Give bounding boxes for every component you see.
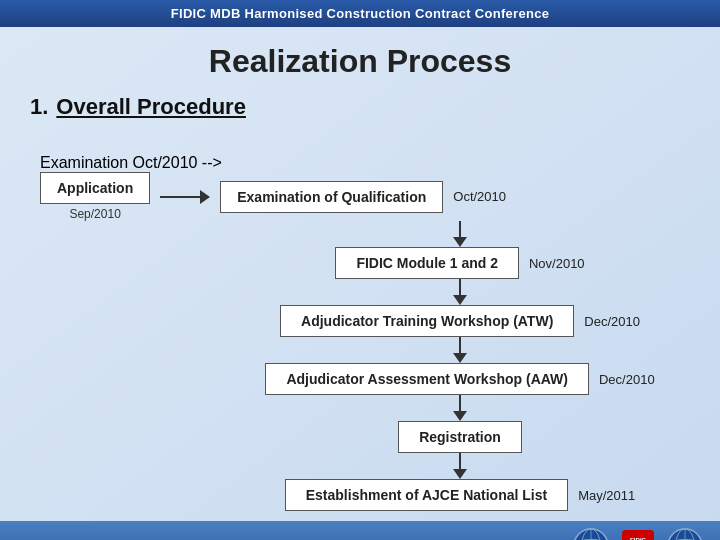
application-box: Application	[40, 172, 150, 204]
step5-date: May/2011	[578, 488, 635, 503]
step4-box: Registration	[398, 421, 522, 453]
footer: www.fidic.org FIDIC	[0, 521, 720, 540]
step3-date: Dec/2010	[599, 372, 655, 387]
header-title: FIDIC MDB Harmonised Construction Contra…	[171, 6, 550, 21]
arrow-down-2-icon	[453, 279, 467, 305]
examination-label: Examination of Qualification	[237, 189, 426, 205]
application-date: Sep/2010	[69, 207, 120, 221]
step1-label: FIDIC Module 1 and 2	[356, 255, 498, 271]
page: FIDIC MDB Harmonised Construction Contra…	[0, 0, 720, 540]
step1-date: Nov/2010	[529, 256, 585, 271]
svg-text:FIDIC: FIDIC	[630, 536, 647, 540]
page-title: Realization Process	[30, 43, 690, 80]
section-number: 1.	[30, 94, 48, 120]
fidic-logo-icon: FIDIC	[622, 530, 654, 540]
examination-box: Examination of Qualification	[220, 181, 443, 213]
step5-box: Establishment of AJCE National List	[285, 479, 568, 511]
step2-label: Adjudicator Training Workshop (ATW)	[301, 313, 553, 329]
step2-date: Dec/2010	[584, 314, 640, 329]
step3-label: Adjudicator Assessment Workshop (AAW)	[286, 371, 568, 387]
step2-box: Adjudicator Training Workshop (ATW)	[280, 305, 574, 337]
arrow-down-5-icon	[453, 453, 467, 479]
footer-logos: FIDIC	[572, 527, 704, 540]
step1-box: FIDIC Module 1 and 2	[335, 247, 519, 279]
globe-icon-1	[572, 527, 610, 540]
arrow-down-4-icon	[453, 395, 467, 421]
flow-diagram: Examination Oct/2010 --> Application Sep…	[30, 154, 690, 511]
application-label: Application	[57, 180, 133, 196]
arrow-down-3-icon	[453, 337, 467, 363]
step3-box: Adjudicator Assessment Workshop (AAW)	[265, 363, 589, 395]
arrow-down-1-icon	[453, 221, 467, 247]
main-content: Realization Process 1. Overall Procedure…	[0, 27, 720, 521]
header-bar: FIDIC MDB Harmonised Construction Contra…	[0, 0, 720, 27]
section-title: Overall Procedure	[56, 94, 246, 120]
arrow-right-icon	[160, 190, 210, 204]
step4-label: Registration	[419, 429, 501, 445]
examination-date: Oct/2010	[453, 189, 506, 204]
step5-label: Establishment of AJCE National List	[306, 487, 547, 503]
globe-icon-2	[666, 527, 704, 540]
